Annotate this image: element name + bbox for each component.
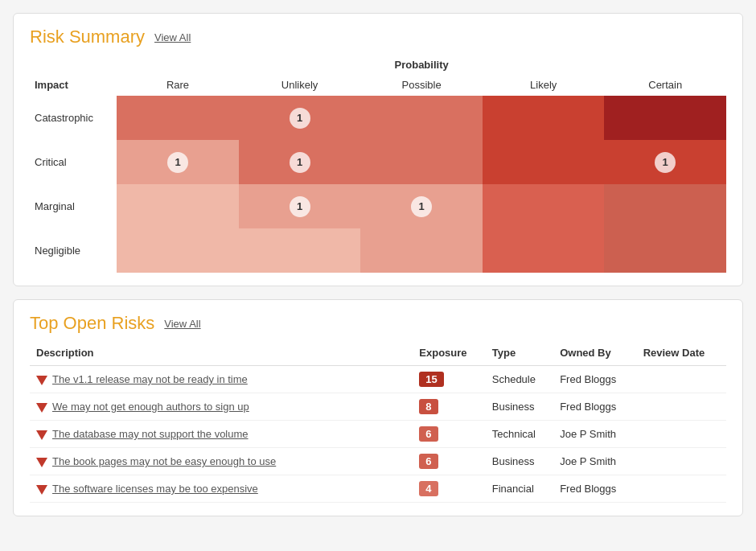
risk-cell[interactable]: 1: [604, 140, 726, 184]
risk-type: Business: [486, 393, 553, 421]
risk-cell[interactable]: [483, 140, 605, 184]
risk-type: Business: [486, 448, 553, 475]
risk-link[interactable]: The book pages may not be easy enough to…: [52, 455, 276, 467]
risk-review-date: [637, 366, 726, 393]
risk-review-date: [637, 393, 726, 421]
risk-exposure: 4: [413, 475, 485, 503]
col-possible: Possible: [360, 74, 483, 96]
risk-indicator-icon: [36, 430, 47, 440]
risk-owned-by: Joe P Smith: [553, 421, 637, 448]
risk-cell[interactable]: [117, 228, 239, 273]
impact-col-header: Impact: [30, 74, 117, 96]
risk-type: Technical: [486, 421, 553, 448]
col-type: Type: [486, 342, 553, 366]
risk-type: Schedule: [486, 366, 553, 393]
risk-link[interactable]: The database may not support the volume: [52, 428, 249, 440]
risk-cell[interactable]: 1: [239, 184, 361, 228]
row-label-marginal: Marginal: [30, 184, 117, 228]
risk-exposure: 6: [413, 421, 485, 448]
col-exposure: Exposure: [413, 342, 485, 366]
risk-link[interactable]: The v1.1 release may not be ready in tim…: [52, 373, 248, 385]
risk-cell[interactable]: 1: [239, 96, 361, 140]
risk-matrix: Probability Impact Rare Unlikely Possibl…: [30, 56, 726, 273]
row-label-negligible: Negligible: [30, 228, 117, 273]
risk-cell[interactable]: 1: [239, 140, 361, 184]
risk-cell[interactable]: 1: [117, 140, 239, 184]
risk-indicator-icon: [36, 485, 47, 495]
risk-review-date: [637, 475, 726, 503]
risk-exposure: 15: [413, 366, 485, 393]
top-risks-view-all[interactable]: View All: [164, 318, 200, 330]
exposure-badge: 6: [419, 454, 438, 469]
risk-row: We may not get enough authors to sign up…: [30, 393, 726, 421]
exposure-badge: 15: [419, 372, 443, 387]
risk-owned-by: Fred Bloggs: [553, 475, 637, 503]
risk-badge: 1: [411, 196, 432, 217]
risk-link[interactable]: The software licenses may be too expensi…: [52, 483, 258, 495]
risk-cell[interactable]: [360, 96, 483, 140]
col-certain: Certain: [604, 74, 726, 96]
risk-summary-title: Risk Summary: [30, 27, 145, 47]
risk-badge: 1: [655, 152, 676, 173]
row-label-critical: Critical: [30, 140, 117, 184]
risk-cell[interactable]: 1: [360, 184, 483, 228]
risk-matrix-wrapper: Probability Impact Rare Unlikely Possibl…: [30, 56, 726, 273]
col-likely: Likely: [483, 74, 605, 96]
risk-cell[interactable]: [239, 228, 361, 273]
risk-cell[interactable]: [117, 96, 239, 140]
risk-owned-by: Fred Bloggs: [553, 393, 637, 421]
risk-cell[interactable]: [483, 96, 605, 140]
risk-cell[interactable]: [604, 184, 726, 228]
risk-review-date: [637, 421, 726, 448]
top-risks-header: Top Open Risks View All: [30, 313, 726, 334]
risk-cell[interactable]: [360, 228, 483, 273]
risk-row: The database may not support the volume6…: [30, 421, 726, 448]
risk-type: Financial: [486, 475, 553, 503]
risk-row: The v1.1 release may not be ready in tim…: [30, 366, 726, 393]
risk-summary-card: Risk Summary View All Probability Impact…: [13, 13, 743, 286]
exposure-badge: 4: [419, 481, 438, 496]
risk-summary-header: Risk Summary View All: [30, 27, 726, 47]
matrix-row: Catastrophic1: [30, 96, 726, 140]
probability-header: Probability: [117, 56, 726, 74]
risk-cell[interactable]: [360, 140, 483, 184]
col-owned-by: Owned By: [553, 342, 637, 366]
risk-review-date: [637, 448, 726, 475]
col-unlikely: Unlikely: [239, 74, 361, 96]
risk-cell[interactable]: [117, 184, 239, 228]
risk-cell[interactable]: [483, 184, 605, 228]
risk-summary-view-all[interactable]: View All: [154, 31, 191, 43]
risk-cell[interactable]: [604, 228, 726, 273]
matrix-row: Critical111: [30, 140, 726, 184]
row-label-catastrophic: Catastrophic: [30, 96, 117, 140]
risk-link[interactable]: We may not get enough authors to sign up: [52, 401, 249, 413]
risk-description: The v1.1 release may not be ready in tim…: [30, 366, 413, 393]
risk-row: The book pages may not be easy enough to…: [30, 448, 726, 475]
risk-owned-by: Joe P Smith: [553, 448, 637, 475]
risk-description: We may not get enough authors to sign up: [30, 393, 413, 421]
risk-owned-by: Fred Bloggs: [553, 366, 637, 393]
col-review-date: Review Date: [637, 342, 726, 366]
risk-badge: 1: [290, 152, 310, 173]
matrix-row: Marginal11: [30, 184, 726, 228]
risk-indicator-icon: [36, 403, 47, 413]
risk-cell[interactable]: [483, 228, 605, 273]
risk-badge: 1: [290, 196, 310, 217]
risk-badge: 1: [167, 152, 188, 173]
risk-exposure: 8: [413, 393, 485, 421]
risks-table: Description Exposure Type Owned By Revie…: [30, 342, 726, 503]
risk-cell[interactable]: [604, 96, 726, 140]
risk-exposure: 6: [413, 448, 485, 475]
risk-row: The software licenses may be too expensi…: [30, 475, 726, 503]
risk-badge: 1: [290, 108, 310, 129]
top-open-risks-card: Top Open Risks View All Description Expo…: [13, 299, 743, 516]
risk-description: The database may not support the volume: [30, 421, 413, 448]
exposure-badge: 8: [419, 399, 438, 414]
risk-indicator-icon: [36, 376, 47, 385]
top-risks-title: Top Open Risks: [30, 313, 154, 334]
col-rare: Rare: [117, 74, 239, 96]
risk-description: The software licenses may be too expensi…: [30, 475, 413, 503]
risk-indicator-icon: [36, 458, 47, 467]
exposure-badge: 6: [419, 426, 438, 442]
matrix-row: Negligible: [30, 228, 726, 273]
